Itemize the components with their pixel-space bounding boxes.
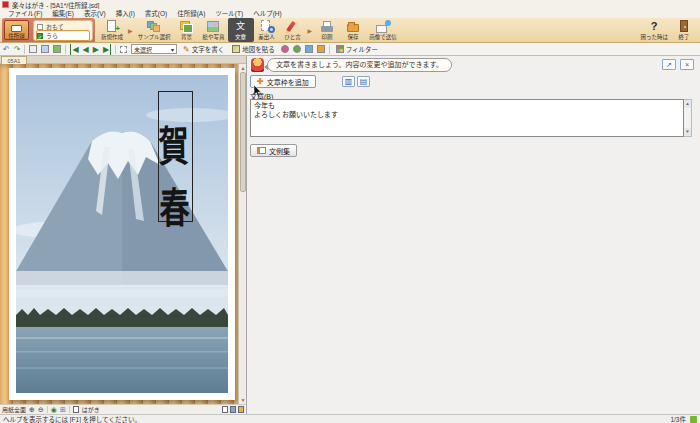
help-button[interactable]: ? 困った時は [637, 18, 671, 42]
pencil-icon [285, 20, 301, 33]
guidance-bubble: 文章を書きましょう。内容の変更や追加ができます。 [267, 58, 452, 72]
status-green-icon [690, 416, 697, 423]
canvas-tab-strip: 05A1 [0, 56, 246, 64]
zoom-in-icon[interactable]: ⊕ [29, 405, 35, 414]
main-toolbar: 住所録 おもて ✓ うら + 新規作成 ▶ [0, 18, 700, 43]
book-tool-icon[interactable] [53, 45, 61, 53]
design-tab[interactable]: 05A1 [1, 56, 27, 64]
vertical-text-button[interactable]: ▥ [342, 76, 355, 87]
calligraphy-text-frame[interactable]: 賀春 [158, 91, 193, 222]
globe-view-icon[interactable]: ◉ [51, 405, 57, 414]
background-button[interactable]: 背景 [173, 18, 199, 42]
new-document-icon: + [104, 20, 120, 33]
nav-prev-icon[interactable]: ◀ [83, 44, 89, 55]
vertical-text-icon: ▥ [345, 77, 353, 86]
textarea-scrollbar[interactable]: ▲ ▼ [684, 99, 692, 137]
selection-box-icon[interactable] [120, 46, 127, 53]
assistant-mascot-icon [251, 58, 264, 72]
paper-view-label[interactable]: 用紙全面 [2, 405, 26, 414]
example-phrases-button[interactable]: 文例集 [250, 144, 297, 157]
leaf-tool-icon[interactable] [293, 45, 301, 53]
printer-icon [319, 20, 335, 33]
front-side-tab[interactable]: おもて [37, 22, 89, 31]
zoom-out-icon[interactable]: ⊖ [38, 405, 44, 414]
background-layers-icon [178, 20, 194, 33]
canvas-footer-icons [222, 406, 244, 413]
panel-float-button[interactable]: ↗ [662, 59, 676, 70]
scroll-down-icon[interactable]: ▼ [684, 128, 691, 136]
menu-help[interactable]: ヘルプ(H) [249, 9, 286, 18]
menu-view[interactable]: 表示(V) [80, 9, 110, 18]
front-unchecked-icon [37, 24, 43, 30]
send-image-button[interactable]: 画像で送信 [366, 18, 400, 42]
horizontal-text-icon: ▤ [360, 77, 368, 86]
photo-icon [205, 20, 221, 33]
hagaki-label: はがき [82, 405, 100, 414]
nav-next-icon[interactable]: ▶ [93, 44, 99, 55]
fuji-photo-graphic [16, 75, 228, 393]
text-icon: 文 [233, 20, 249, 33]
message-textarea[interactable]: 今年も よろしくお願いいたします [250, 99, 684, 137]
copy-page-icon[interactable] [230, 406, 236, 413]
toolbar-separator-icon: ▶ [126, 27, 135, 34]
hitokoto-button[interactable]: ひと言 [280, 18, 306, 42]
paste-map-button[interactable]: 地図を貼る [230, 44, 277, 54]
toolbar-buttons: + 新規作成 ▶ サンプル選択 背景 [98, 18, 400, 42]
fuji-photo: 賀春 [16, 75, 228, 393]
scroll-up-icon[interactable]: ▲ [684, 100, 691, 108]
sample-stack-icon [146, 20, 162, 33]
menu-format[interactable]: 書式(O) [141, 9, 171, 18]
design-canvas-area: 05A1 [0, 56, 246, 414]
photo-tool-icon[interactable] [317, 45, 325, 53]
menu-addressbook[interactable]: 住所録(A) [173, 9, 209, 18]
print-button[interactable]: 印刷 [314, 18, 340, 42]
canvas-vertical-scrollbar[interactable]: ▲ ▼ [238, 64, 246, 404]
back-side-tab[interactable]: ✓ うら [37, 31, 89, 40]
sender-stamp-icon [259, 20, 275, 33]
door-icon [676, 20, 692, 33]
close-icon: × [685, 61, 689, 68]
stamp-tool-icon[interactable] [29, 45, 37, 53]
sample-select-button[interactable]: サンプル選択 [135, 18, 174, 42]
new-button[interactable]: + 新規作成 [98, 18, 126, 42]
nav-last-icon[interactable]: ▶ [103, 44, 111, 55]
selection-combobox[interactable]: 未選択 ▾ [131, 44, 177, 54]
record-count: 1/3件 [670, 414, 686, 423]
address-book-button[interactable]: 住所録 [4, 20, 29, 40]
separator [24, 45, 25, 54]
filter-button[interactable]: フィルター [334, 44, 380, 54]
horizontal-text-button[interactable]: ▤ [357, 76, 370, 87]
pictures-button[interactable]: 絵や写真 [199, 18, 227, 42]
postcard-preview[interactable]: 賀春 [9, 68, 235, 400]
separator [115, 45, 116, 54]
status-bar: ヘルプを表示するには [F1] を押してください。 1/3件 [0, 414, 700, 423]
nav-first-icon[interactable]: ◀ [70, 44, 78, 55]
separator [69, 406, 70, 413]
exit-button[interactable]: 終了 [671, 18, 697, 42]
filter-grid-icon [336, 45, 344, 53]
image-tool-icon[interactable] [41, 45, 49, 53]
flower-tool-icon[interactable] [281, 45, 289, 53]
book-icon [257, 147, 266, 154]
undo-icon[interactable]: ↶ [3, 44, 10, 55]
save-button[interactable]: 保存 [340, 18, 366, 42]
menu-edit[interactable]: 編集(E) [48, 9, 78, 18]
question-icon: ? [646, 20, 662, 33]
delete-page-icon[interactable] [238, 406, 244, 413]
panel-close-button[interactable]: × [680, 59, 694, 70]
menu-file[interactable]: ファイル(F) [4, 9, 46, 18]
sender-button[interactable]: 差出人 [254, 18, 280, 42]
status-help-text: ヘルプを表示するには [F1] を押してください。 [3, 414, 141, 423]
chevron-down-icon: ▾ [171, 46, 174, 53]
menu-tools[interactable]: ツール(T) [211, 9, 247, 18]
text-button[interactable]: 文 文章 [228, 18, 254, 42]
frame-tool-icon[interactable] [305, 45, 313, 53]
separator [329, 45, 330, 54]
menu-insert[interactable]: 挿入(I) [112, 9, 139, 18]
text-edit-panel: 文章を書きましょう。内容の変更や追加ができます。 ↗ × ✚ 文章枠を追加 ▥ … [246, 56, 700, 414]
redo-icon[interactable]: ↷ [14, 44, 21, 55]
grid-view-icon[interactable]: ⊞ [60, 405, 66, 414]
write-text-button[interactable]: ✎ 文字を書く [181, 44, 226, 54]
new-page-icon[interactable] [222, 406, 228, 413]
desk-background: 賀春 [0, 64, 238, 404]
